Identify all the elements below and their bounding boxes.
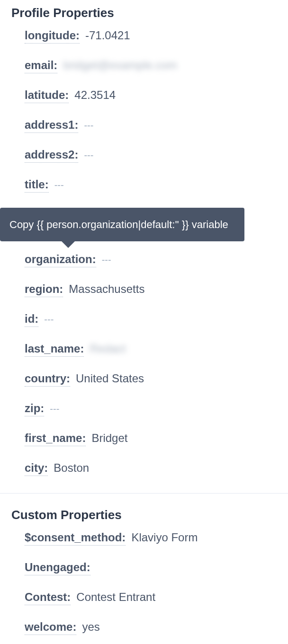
property-value-region: Massachusetts xyxy=(69,282,144,296)
property-row-first-name: first_name: Bridget xyxy=(25,432,277,446)
property-value-city: Boston xyxy=(54,461,89,475)
property-value-email: bridget@example.com xyxy=(63,59,177,72)
property-label-organization[interactable]: organization: xyxy=(25,253,96,267)
property-row-welcome: welcome: yes xyxy=(25,620,277,635)
property-value-welcome: yes xyxy=(82,620,99,634)
property-row-address1: address1: --- xyxy=(25,118,277,133)
tooltip-container: Copy {{ person.organization|default:'' }… xyxy=(25,208,277,241)
property-value-id: --- xyxy=(44,314,54,325)
property-row-last-name: last_name: Redact xyxy=(25,342,277,357)
property-row-id: id: --- xyxy=(25,312,277,327)
property-label-region[interactable]: region: xyxy=(25,282,63,297)
property-row-city: city: Boston xyxy=(25,461,277,476)
property-label-address1[interactable]: address1: xyxy=(25,118,78,133)
property-value-organization: --- xyxy=(102,255,111,265)
property-label-longitude[interactable]: longitude: xyxy=(25,29,80,44)
property-value-first-name: Bridget xyxy=(91,432,127,445)
property-value-zip: --- xyxy=(50,404,59,415)
property-row-longitude: longitude: -71.0421 xyxy=(25,29,277,44)
property-value-last-name: Redact xyxy=(90,342,126,355)
custom-section-title: Custom Properties xyxy=(0,502,288,531)
property-row-title: title: --- xyxy=(25,178,277,193)
property-row-organization: organization: --- xyxy=(25,253,277,267)
property-label-latitude[interactable]: latitude: xyxy=(25,88,69,103)
property-label-contest[interactable]: Contest: xyxy=(25,591,71,605)
profile-property-list: longitude: -71.0421 email: bridget@examp… xyxy=(0,29,288,487)
profile-properties-section: Profile Properties longitude: -71.0421 e… xyxy=(0,0,288,487)
property-value-country: United States xyxy=(76,372,144,385)
property-row-unengaged: Unengaged: xyxy=(25,561,277,575)
property-label-consent-method[interactable]: $consent_method: xyxy=(25,531,126,546)
property-value-address2: --- xyxy=(84,150,93,161)
property-label-zip[interactable]: zip: xyxy=(25,402,44,416)
property-row-country: country: United States xyxy=(25,372,277,387)
property-label-city[interactable]: city: xyxy=(25,461,48,476)
copy-variable-tooltip[interactable]: Copy {{ person.organization|default:'' }… xyxy=(0,208,244,241)
property-row-contest: Contest: Contest Entrant xyxy=(25,591,277,605)
property-label-welcome[interactable]: welcome: xyxy=(25,620,76,635)
property-row-zip: zip: --- xyxy=(25,402,277,416)
property-label-first-name[interactable]: first_name: xyxy=(25,432,86,446)
property-label-country[interactable]: country: xyxy=(25,372,70,387)
section-divider xyxy=(0,493,288,494)
custom-properties-section: Custom Properties $consent_method: Klavi… xyxy=(0,502,288,644)
property-label-id[interactable]: id: xyxy=(25,312,38,327)
property-row-address2: address2: --- xyxy=(25,148,277,163)
property-label-email[interactable]: email: xyxy=(25,59,57,73)
property-value-title: --- xyxy=(54,180,64,191)
property-value-longitude: -71.0421 xyxy=(85,29,130,42)
property-value-address1: --- xyxy=(84,120,93,131)
property-row-region: region: Massachusetts xyxy=(25,282,277,297)
property-value-latitude: 42.3514 xyxy=(74,88,116,102)
property-label-unengaged[interactable]: Unengaged: xyxy=(25,561,90,575)
property-row-consent-method: $consent_method: Klaviyo Form xyxy=(25,531,277,546)
property-label-address2[interactable]: address2: xyxy=(25,148,78,163)
profile-section-title: Profile Properties xyxy=(0,0,288,29)
property-row-latitude: latitude: 42.3514 xyxy=(25,88,277,103)
property-value-contest: Contest Entrant xyxy=(76,591,155,604)
property-label-last-name[interactable]: last_name: xyxy=(25,342,84,357)
property-value-consent-method: Klaviyo Form xyxy=(131,531,198,544)
custom-property-list: $consent_method: Klaviyo Form Unengaged:… xyxy=(0,531,288,644)
property-label-title[interactable]: title: xyxy=(25,178,49,193)
property-row-email: email: bridget@example.com xyxy=(25,59,277,73)
